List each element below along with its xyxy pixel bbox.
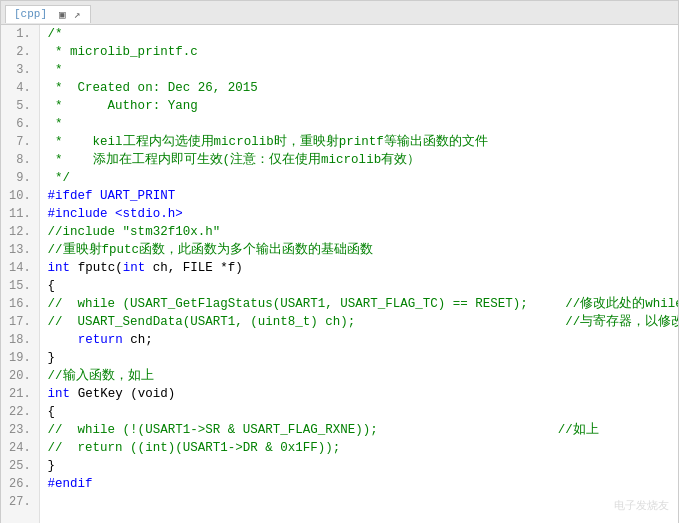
line-number: 26. xyxy=(9,475,31,493)
line-numbers: 1.2.3.4.5.6.7.8.9.10.11.12.13.14.15.16.1… xyxy=(1,25,40,523)
code-line: */ xyxy=(48,169,670,187)
code-token: fputc( xyxy=(70,261,123,275)
tab-icon1[interactable]: ▣ xyxy=(57,8,68,21)
code-token: * Author: Yang xyxy=(48,99,198,113)
code-token: { xyxy=(48,279,56,293)
line-number: 19. xyxy=(9,349,31,367)
line-number: 15. xyxy=(9,277,31,295)
line-number: 21. xyxy=(9,385,31,403)
code-line: * keil工程内勾选使用microlib时，重映射printf等输出函数的文件 xyxy=(48,133,670,151)
code-line: int fputc(int ch, FILE *f) xyxy=(48,259,670,277)
code-line: * Created on: Dec 26, 2015 xyxy=(48,79,670,97)
code-token: //重映射fputc函数，此函数为多个输出函数的基础函数 xyxy=(48,243,374,257)
code-line: #include <stdio.h> xyxy=(48,205,670,223)
line-number: 12. xyxy=(9,223,31,241)
code-line: // return ((int)(USART1->DR & 0x1FF)); xyxy=(48,439,670,457)
code-line: //重映射fputc函数，此函数为多个输出函数的基础函数 xyxy=(48,241,670,259)
code-token: } xyxy=(48,459,56,473)
code-token: * xyxy=(48,117,63,131)
code-token: { xyxy=(48,405,56,419)
code-token xyxy=(48,333,78,347)
code-token: // return ((int)(USART1->DR & 0x1FF)); xyxy=(48,441,341,455)
code-line: } xyxy=(48,457,670,475)
code-token: /* xyxy=(48,27,63,41)
file-type-icon: [cpp] xyxy=(14,8,47,20)
line-number: 24. xyxy=(9,439,31,457)
code-token: * microlib_printf.c xyxy=(48,45,198,59)
code-line: * xyxy=(48,61,670,79)
code-token: // while (!(USART1->SR & USART_FLAG_RXNE… xyxy=(48,423,599,437)
line-number: 16. xyxy=(9,295,31,313)
code-token: ch; xyxy=(123,333,153,347)
tab-bar: [cpp] ▣ ↗ xyxy=(1,1,678,25)
watermark: 电子发烧友 xyxy=(614,498,669,513)
line-number: 20. xyxy=(9,367,31,385)
code-token: int xyxy=(123,261,146,275)
code-token: // USART_SendData(USART1, (uint8_t) ch);… xyxy=(48,315,678,329)
line-number: 9. xyxy=(9,169,31,187)
code-line: /* xyxy=(48,25,670,43)
code-line: } xyxy=(48,349,670,367)
code-line: #ifdef UART_PRINT xyxy=(48,187,670,205)
line-number: 2. xyxy=(9,43,31,61)
line-number: 18. xyxy=(9,331,31,349)
line-number: 23. xyxy=(9,421,31,439)
code-line: // while (!(USART1->SR & USART_FLAG_RXNE… xyxy=(48,421,670,439)
code-line: int GetKey (void) xyxy=(48,385,670,403)
code-line: { xyxy=(48,403,670,421)
tab-actions: ▣ ↗ xyxy=(57,8,82,21)
line-number: 10. xyxy=(9,187,31,205)
code-lines: /* * microlib_printf.c * * Created on: D… xyxy=(40,25,678,523)
line-number: 17. xyxy=(9,313,31,331)
code-line: * 添加在工程内即可生效(注意：仅在使用microlib有效） xyxy=(48,151,670,169)
code-token: * Created on: Dec 26, 2015 xyxy=(48,81,258,95)
file-tab[interactable]: [cpp] ▣ ↗ xyxy=(5,5,91,23)
code-token: * xyxy=(48,63,63,77)
code-line: { xyxy=(48,277,670,295)
line-number: 3. xyxy=(9,61,31,79)
line-number: 6. xyxy=(9,115,31,133)
code-line: return ch; xyxy=(48,331,670,349)
line-number: 7. xyxy=(9,133,31,151)
code-line: //输入函数，如上 xyxy=(48,367,670,385)
code-line: // USART_SendData(USART1, (uint8_t) ch);… xyxy=(48,313,670,331)
code-token: ch, FILE *f) xyxy=(145,261,243,275)
line-number: 5. xyxy=(9,97,31,115)
line-number: 22. xyxy=(9,403,31,421)
code-token: int xyxy=(48,387,71,401)
line-number: 1. xyxy=(9,25,31,43)
code-token: * 添加在工程内即可生效(注意：仅在使用microlib有效） xyxy=(48,153,421,167)
line-number: 4. xyxy=(9,79,31,97)
line-number: 14. xyxy=(9,259,31,277)
code-line: * xyxy=(48,115,670,133)
code-token: } xyxy=(48,351,56,365)
code-area: 1.2.3.4.5.6.7.8.9.10.11.12.13.14.15.16.1… xyxy=(1,25,678,523)
code-line: #endif xyxy=(48,475,670,493)
code-line: //include "stm32f10x.h" xyxy=(48,223,670,241)
code-token: GetKey (void) xyxy=(70,387,175,401)
line-number: 27. xyxy=(9,493,31,511)
code-token: int xyxy=(48,261,71,275)
tab-icon2[interactable]: ↗ xyxy=(72,8,83,21)
line-number: 25. xyxy=(9,457,31,475)
code-line: * Author: Yang xyxy=(48,97,670,115)
line-number: 13. xyxy=(9,241,31,259)
code-token: // while (USART_GetFlagStatus(USART1, US… xyxy=(48,297,678,311)
code-token: #include <stdio.h> xyxy=(48,207,183,221)
code-token: //include "stm32f10x.h" xyxy=(48,225,221,239)
code-token: * keil工程内勾选使用microlib时，重映射printf等输出函数的文件 xyxy=(48,135,488,149)
code-line: // while (USART_GetFlagStatus(USART1, US… xyxy=(48,295,670,313)
code-token: #endif xyxy=(48,477,93,491)
code-token: //输入函数，如上 xyxy=(48,369,154,383)
editor-container: [cpp] ▣ ↗ 1.2.3.4.5.6.7.8.9.10.11.12.13.… xyxy=(0,0,679,523)
line-number: 8. xyxy=(9,151,31,169)
code-token: return xyxy=(78,333,123,347)
line-number: 11. xyxy=(9,205,31,223)
code-line: * microlib_printf.c xyxy=(48,43,670,61)
code-token: #ifdef UART_PRINT xyxy=(48,189,176,203)
code-token: */ xyxy=(48,171,71,185)
